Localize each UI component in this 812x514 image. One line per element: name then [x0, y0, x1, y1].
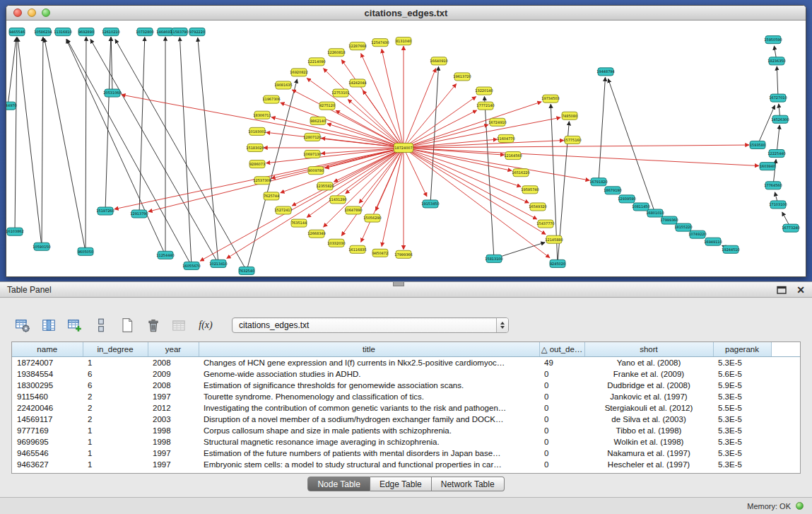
table-cell[interactable]: 0 — [539, 414, 584, 425]
table-cell[interactable]: Jankovic et al. (1997) — [584, 391, 713, 402]
graph-node[interactable]: 7635144 — [291, 219, 307, 227]
graph-node[interactable]: 16949110 — [704, 238, 722, 245]
table-cell[interactable]: 1997 — [148, 391, 199, 402]
table-row[interactable]: 1938455462009Genome-wide association stu… — [12, 368, 800, 380]
graph-node[interactable]: 16640910 — [430, 57, 447, 65]
table-cell[interactable]: 2 — [83, 391, 148, 402]
table-cell[interactable]: 1 — [83, 436, 148, 448]
graph-node[interactable]: 10732800 — [136, 28, 153, 36]
column-header-name[interactable]: name — [12, 342, 83, 356]
graph-node[interactable]: 15183020 — [246, 144, 264, 151]
graph-node[interactable]: 9009780 — [308, 167, 324, 175]
graph-node[interactable]: 10213410 — [209, 259, 227, 267]
table-cell[interactable]: 0 — [539, 436, 584, 448]
float-panel-icon[interactable] — [777, 286, 787, 294]
column-header-short[interactable]: short — [584, 342, 713, 356]
graph-node[interactable]: 9286073 — [249, 160, 265, 168]
table-cell[interactable]: Changes of HCN gene expression and I(f) … — [199, 356, 539, 368]
table-cell[interactable]: 6 — [83, 380, 148, 391]
graph-node[interactable]: 19613720 — [453, 73, 471, 81]
table-row[interactable]: 1872400712008Changes of HCN gene express… — [12, 356, 800, 368]
import-table-icon[interactable] — [170, 315, 189, 335]
graph-node[interactable]: 15056290 — [363, 214, 381, 222]
function-icon[interactable]: f(x) — [196, 315, 216, 335]
table-row[interactable]: 1456911722003Disruption of a novel membe… — [12, 414, 800, 425]
graph-node[interactable]: 19595740 — [521, 186, 539, 194]
graph-node[interactable]: 15272417 — [274, 206, 292, 214]
table-cell[interactable]: 1 — [83, 356, 148, 368]
table-cell[interactable]: 9699695 — [12, 436, 83, 448]
graph-node[interactable]: 10590150 — [33, 243, 50, 250]
table-cell[interactable]: 2009 — [148, 368, 199, 380]
graph-node[interactable]: 10749220 — [688, 230, 706, 238]
table-cell[interactable]: 1 — [83, 425, 148, 436]
table-cell[interactable]: 0 — [539, 380, 584, 391]
table-cell[interactable]: 14569117 — [12, 414, 83, 425]
table-cell[interactable]: 18300295 — [12, 380, 83, 391]
combo-stepper-icon[interactable] — [496, 318, 508, 332]
graph-node[interactable]: 4275120 — [319, 102, 335, 110]
table-cell[interactable]: Disruption of a novel member of a sodium… — [199, 414, 539, 425]
tab-network-table[interactable]: Network Table — [432, 477, 505, 491]
new-table-icon[interactable] — [65, 315, 85, 335]
window-close-button[interactable] — [13, 8, 22, 17]
table-cell[interactable]: Tourette syndrome. Phenomenology and cla… — [199, 391, 539, 402]
graph-node[interactable]: 14242044 — [348, 79, 366, 87]
graph-node[interactable]: 7485080 — [562, 112, 577, 119]
graph-node[interactable]: 11431290 — [329, 196, 346, 204]
table-panel-header[interactable]: Table Panel ✕ — [0, 281, 812, 298]
graph-node[interactable]: 19081635 — [274, 81, 292, 89]
table-cell[interactable]: 5.3E-5 — [713, 391, 771, 402]
graph-node[interactable]: 15950590 — [764, 36, 782, 44]
column-header-year[interactable]: year — [148, 342, 199, 356]
window-minimize-button[interactable] — [28, 8, 36, 17]
graph-node[interactable]: 19734503 — [541, 95, 559, 103]
graph-node[interactable]: 11604770 — [497, 134, 514, 142]
graph-node[interactable]: 17999366 — [394, 250, 412, 258]
table-row[interactable]: 969969511998Structural magnetic resonanc… — [12, 436, 800, 448]
graph-node[interactable]: 12214090 — [307, 58, 325, 66]
table-row[interactable]: 2242004622012Investigating the contribut… — [12, 402, 800, 414]
table-cell[interactable]: 0 — [539, 402, 584, 414]
graph-node[interactable]: 9862140 — [310, 117, 326, 124]
table-cell[interactable]: Estimation of significance thresholds fo… — [199, 380, 539, 391]
table-cell[interactable]: 5.3E-5 — [713, 356, 771, 368]
table-cell[interactable]: 18724007 — [12, 356, 83, 368]
table-cell[interactable]: 1998 — [148, 436, 199, 448]
table-cell[interactable]: Wolkin et al. (1998) — [584, 436, 713, 448]
graph-node[interactable]: 16055670 — [182, 262, 200, 269]
graph-node[interactable]: 17999360 — [660, 216, 678, 224]
graph-node[interactable]: 11316810 — [54, 28, 71, 36]
graph-node[interactable]: 17772140 — [476, 102, 494, 110]
graph-node[interactable]: 15813100 — [485, 255, 502, 262]
table-cell[interactable]: 5.3E-5 — [713, 436, 771, 448]
table-cell[interactable]: 5.6E-5 — [713, 368, 771, 380]
graph-node[interactable]: 18236350 — [767, 57, 785, 65]
table-cell[interactable]: Yano et al. (2008) — [584, 356, 713, 368]
graph-node[interactable]: 9450472 — [372, 249, 388, 257]
graph-node[interactable]: 9245020 — [550, 259, 565, 267]
table-selector-combobox[interactable]: citations_edges.txt — [232, 317, 509, 333]
table-row[interactable]: 1830029562008Estimation of significance … — [12, 380, 800, 391]
graph-node[interactable]: 19448794 — [596, 68, 614, 76]
graph-node[interactable]: 17103100 — [769, 201, 787, 209]
panel-divider-grip[interactable] — [393, 282, 404, 286]
graph-node[interactable]: 11254440 — [156, 251, 174, 259]
graph-node[interactable]: 12913790 — [130, 210, 148, 218]
tab-node-table[interactable]: Node Table — [307, 477, 370, 491]
table-cell[interactable]: 6 — [83, 368, 148, 380]
table-cell[interactable]: 9463627 — [12, 459, 83, 470]
table-cell[interactable]: 49 — [539, 356, 584, 368]
graph-node[interactable]: 10811450 — [632, 203, 649, 211]
graph-node[interactable]: 15437770 — [536, 220, 554, 228]
graph-node[interactable]: 9692890 — [78, 28, 94, 36]
table-row[interactable]: 977716911998Corpus callosum shape and si… — [12, 425, 800, 436]
table-cell[interactable]: Nakamura et al. (1997) — [584, 448, 713, 459]
graph-node[interactable]: 10697130 — [303, 151, 321, 158]
graph-node[interactable]: 16773240 — [782, 224, 799, 232]
table-cell[interactable]: 1 — [83, 448, 148, 459]
graph-node[interactable]: 16724910 — [488, 118, 506, 126]
table-cell[interactable]: 5.5E-5 — [713, 402, 771, 414]
graph-node[interactable]: 12287668 — [348, 42, 366, 50]
table-cell[interactable]: 2 — [83, 402, 148, 414]
